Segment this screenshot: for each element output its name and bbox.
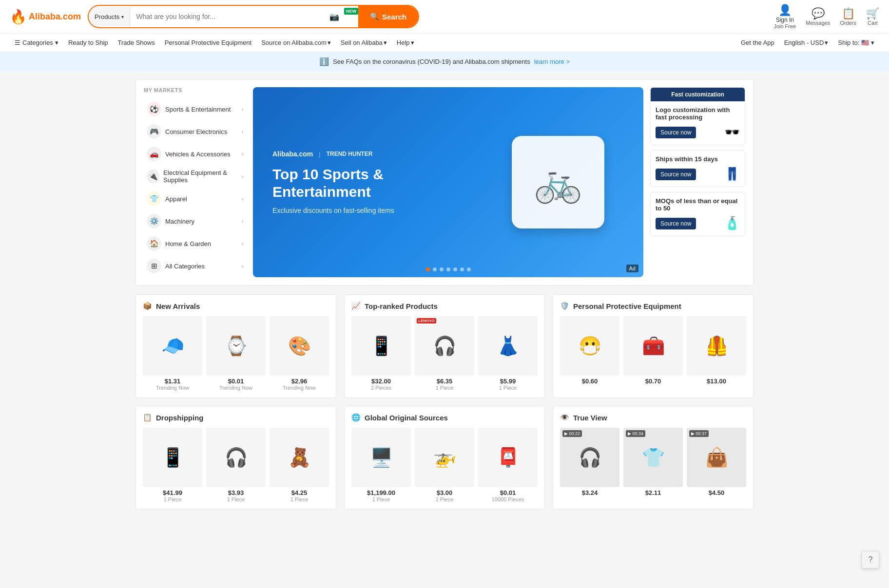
ad-thumb-1: 👖 <box>724 167 740 182</box>
dot-1[interactable] <box>433 267 437 271</box>
alibaba-logo-text: Alibaba.com <box>272 150 313 158</box>
dot-3[interactable] <box>446 267 450 271</box>
cart-label: Cart <box>868 20 878 26</box>
market-item-apparel[interactable]: 👕 Apparel › <box>144 188 246 210</box>
product-label: 1 Piece <box>143 496 202 502</box>
product-item[interactable]: ⌚ $0.01 Trending Now <box>206 316 266 391</box>
product-item[interactable]: 🧰 $0.70 <box>623 316 683 385</box>
product-item[interactable]: 🎧 LENOVO $6.35 1 Piece <box>415 316 474 391</box>
ad-card-ships-within: Ships within 15 days Source now 👖 <box>650 150 745 187</box>
nav-item-source[interactable]: Source on Alibaba.com ▾ <box>256 34 336 52</box>
section-title-true-view: 👁️ True View <box>560 413 746 422</box>
nav-item-ppe[interactable]: Personal Protective Equipment <box>160 34 256 52</box>
true-view-icon: 👁️ <box>560 413 569 422</box>
covid-text: See FAQs on the coronavirus (COVID-19) a… <box>333 58 530 65</box>
ad-thumb-0: 🕶️ <box>724 125 740 140</box>
categories-chevron: ▾ <box>55 39 58 46</box>
messages-action[interactable]: 💬 Messages <box>806 7 830 26</box>
product-item[interactable]: 👕 ▶ 00:34 $2.11 <box>623 428 683 496</box>
camera-icon[interactable]: 📷 <box>325 12 344 21</box>
market-label-electronics: Consumer Electronics <box>165 128 227 135</box>
product-price: $1,199.00 <box>351 489 411 496</box>
header: 🔥 Alibaba.com Products ▾ 📷 NEW 🔍 Search … <box>0 0 889 34</box>
nav-item-ship-to[interactable]: Ship to: 🇺🇸 ▾ <box>833 34 879 52</box>
market-item-vehicles[interactable]: 🚗 Vehicles & Accessories › <box>144 143 246 165</box>
product-item[interactable]: 🦺 $13.00 <box>687 316 746 385</box>
dot-5[interactable] <box>460 267 464 271</box>
product-price: $41.99 <box>143 489 202 496</box>
chevron-icon: › <box>241 173 243 179</box>
dot-4[interactable] <box>453 267 457 271</box>
ad-card-body-moqs: MOQs of less than or equal to 50 Source … <box>651 192 745 236</box>
search-input[interactable] <box>130 7 325 26</box>
market-item-electrical[interactable]: 🔌 Electrical Equipment & Supplies › <box>144 165 246 188</box>
product-price: $0.01 <box>478 489 538 496</box>
cart-icon: 🛒 <box>866 7 879 20</box>
dot-0[interactable] <box>426 267 430 271</box>
market-item-home-garden[interactable]: 🏠 Home & Garden › <box>144 232 246 255</box>
cart-action[interactable]: 🛒 Cart <box>866 7 879 26</box>
product-item[interactable]: 📱 $41.99 1 Piece <box>143 428 202 502</box>
market-item-machinery[interactable]: ⚙️ Machinery › <box>144 210 246 232</box>
market-item-electronics[interactable]: 🎮 Consumer Electronics › <box>144 120 246 143</box>
product-item[interactable]: 👗 $5.99 1 Piece <box>478 316 538 391</box>
product-item[interactable]: 🎧 $3.93 1 Piece <box>206 428 266 502</box>
help-chevron: ▾ <box>411 39 414 46</box>
ad-card-fast-customization: Fast customization Logo customization wi… <box>650 87 745 145</box>
product-label: Trending Now <box>270 385 329 391</box>
product-item[interactable]: 🖥️ $1,199.00 1 Piece <box>351 428 411 502</box>
product-item[interactable]: 🧢 $1.31 Trending Now <box>143 316 202 391</box>
dot-6[interactable] <box>467 267 471 271</box>
market-item-sports[interactable]: ⚽ Sports & Entertainment › <box>144 98 246 120</box>
chevron-icon: › <box>241 263 243 269</box>
product-price: $2.96 <box>270 378 329 385</box>
ad-label: Ad <box>626 265 638 272</box>
product-item[interactable]: 🧸 $4.25 1 Piece <box>270 428 329 502</box>
market-item-all-categories[interactable]: ⊞ All Categories › <box>144 255 246 277</box>
product-item[interactable]: 🎨 $2.96 Trending Now <box>270 316 329 391</box>
orders-action[interactable]: 📋 Orders <box>840 7 856 26</box>
product-item[interactable]: 🚁 $3.00 1 Piece <box>415 428 474 502</box>
chevron-icon: › <box>241 218 243 224</box>
source-now-button-2[interactable]: Source now <box>656 218 696 229</box>
chevron-icon: › <box>241 241 243 247</box>
market-label-apparel: Apparel <box>165 195 187 203</box>
product-item[interactable]: 🎧 ▶ 00:22 $3.24 <box>560 428 619 496</box>
section-top-ranked: 📈 Top-ranked Products 📱 $32.00 2 Pieces … <box>344 294 545 398</box>
nav-item-language[interactable]: English - USD ▾ <box>779 34 833 52</box>
hero-bike-image: 🚲 <box>512 136 604 228</box>
hero-banner[interactable]: Alibaba.com | TREND HUNTER Top 10 Sports… <box>253 87 643 277</box>
nav-item-ready-to-ship[interactable]: Ready to Ship <box>63 34 113 52</box>
search-label: Search <box>382 13 406 21</box>
nav-item-help[interactable]: Help ▾ <box>392 34 419 52</box>
ad-card-moqs: MOQs of less than or equal to 50 Source … <box>650 192 745 236</box>
nav-item-categories[interactable]: ☰ Categories ▾ <box>10 34 63 52</box>
nav-item-sell[interactable]: Sell on Alibaba ▾ <box>336 34 392 52</box>
products-dropdown[interactable]: Products ▾ <box>89 7 130 26</box>
section-dropshipping: 📋 Dropshipping 📱 $41.99 1 Piece 🎧 $3.93 … <box>135 406 336 510</box>
source-now-button-0[interactable]: Source now <box>656 127 696 138</box>
section-title-top-ranked: 📈 Top-ranked Products <box>351 302 538 310</box>
nav-item-get-app[interactable]: Get the App <box>736 34 779 52</box>
dot-2[interactable] <box>440 267 444 271</box>
product-price: $5.99 <box>478 378 538 385</box>
product-item[interactable]: 📱 $32.00 2 Pieces <box>351 316 411 391</box>
nav-item-trade-shows[interactable]: Trade Shows <box>113 34 160 52</box>
product-item[interactable]: 📮 $0.01 10000 Pieces <box>478 428 538 502</box>
my-markets-title: MY MARKETS <box>144 87 246 93</box>
source-now-button-1[interactable]: Source now <box>656 169 696 180</box>
market-label-sports: Sports & Entertainment <box>165 106 231 113</box>
global-original-icon: 🌐 <box>351 413 361 422</box>
product-item[interactable]: 👜 ▶ 00:37 $4.50 <box>687 428 746 496</box>
product-price: $4.50 <box>687 489 746 496</box>
logo[interactable]: 🔥 Alibaba.com <box>10 9 81 25</box>
search-button[interactable]: 🔍 Search <box>358 6 418 27</box>
new-arrivals-icon: 📦 <box>143 302 152 310</box>
product-item[interactable]: 😷 $0.60 <box>560 316 619 385</box>
sell-chevron: ▾ <box>384 39 387 46</box>
ad-card-header-fast-customization: Fast customization <box>651 88 745 101</box>
sign-in-action[interactable]: 👤 Sign In Join Free <box>773 4 796 29</box>
hero-subtitle: Exclusive discounts on fast-selling item… <box>272 207 448 214</box>
product-label: Trending Now <box>143 385 202 391</box>
covid-learn-more-link[interactable]: learn more > <box>534 58 570 65</box>
